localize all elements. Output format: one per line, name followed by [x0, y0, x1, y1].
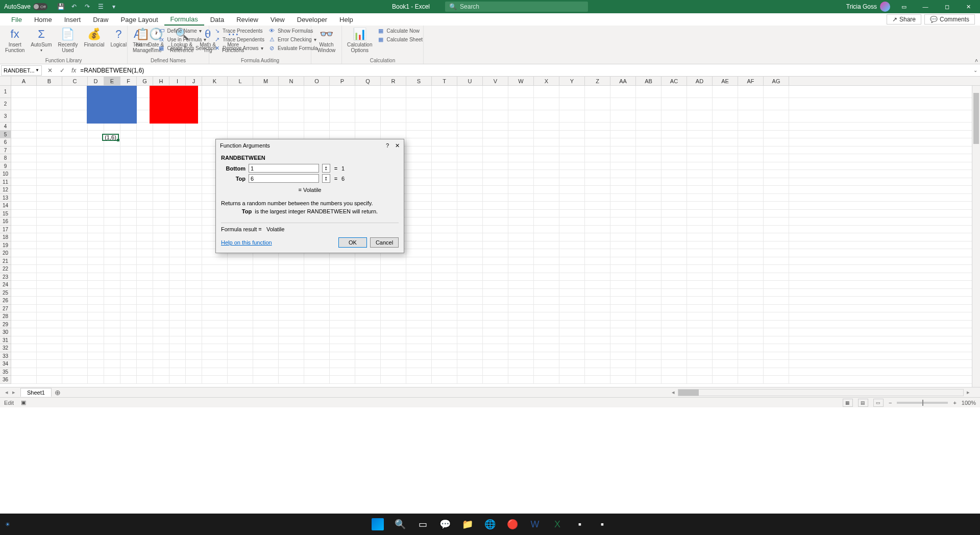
row-header[interactable]: 13 — [0, 194, 11, 202]
cell[interactable] — [585, 233, 610, 241]
cell[interactable] — [37, 368, 62, 376]
cell[interactable] — [687, 289, 713, 297]
cell[interactable] — [483, 202, 508, 209]
cell[interactable] — [432, 138, 457, 146]
cell[interactable] — [764, 210, 789, 217]
cell[interactable] — [483, 376, 508, 383]
cell[interactable] — [662, 273, 687, 281]
cell[interactable] — [432, 265, 457, 273]
cell[interactable] — [37, 86, 62, 98]
cell[interactable] — [508, 352, 534, 360]
cell[interactable] — [11, 336, 37, 344]
cell[interactable] — [713, 312, 738, 320]
cell[interactable] — [120, 241, 137, 249]
cell[interactable] — [169, 305, 186, 312]
cell[interactable] — [457, 98, 483, 110]
cell[interactable] — [137, 123, 153, 130]
cell[interactable] — [738, 328, 764, 336]
cell[interactable] — [457, 162, 483, 170]
cell[interactable] — [764, 226, 789, 233]
cell[interactable] — [738, 376, 764, 383]
cell[interactable] — [508, 328, 534, 336]
cell[interactable] — [662, 110, 687, 122]
cell[interactable] — [406, 138, 432, 146]
cell[interactable] — [662, 186, 687, 193]
cell[interactable] — [687, 131, 713, 138]
cell[interactable] — [202, 273, 228, 281]
cell[interactable] — [687, 194, 713, 202]
cell[interactable] — [381, 360, 406, 368]
cell[interactable] — [186, 147, 202, 154]
cell[interactable] — [687, 98, 713, 110]
app-icon[interactable]: ▪ — [593, 515, 612, 534]
cell[interactable] — [559, 336, 585, 344]
cell[interactable] — [37, 154, 62, 162]
cell[interactable] — [330, 98, 355, 110]
cell[interactable] — [559, 241, 585, 249]
cell[interactable] — [88, 147, 104, 154]
cell[interactable] — [253, 312, 279, 320]
cell[interactable] — [662, 202, 687, 209]
cell[interactable] — [104, 233, 120, 241]
cell[interactable] — [62, 281, 88, 288]
cell[interactable] — [153, 305, 169, 312]
active-cell[interactable]: (1,6) — [102, 134, 119, 141]
cell[interactable] — [508, 336, 534, 344]
cell[interactable] — [253, 257, 279, 265]
row-header[interactable]: 24 — [0, 281, 11, 289]
close-icon[interactable]: ✕ — [961, 0, 976, 13]
cell[interactable] — [88, 344, 104, 352]
cell[interactable] — [169, 344, 186, 352]
cell[interactable] — [585, 210, 610, 217]
cell[interactable] — [279, 344, 304, 352]
cell[interactable] — [610, 86, 636, 98]
cell[interactable] — [186, 217, 202, 225]
cell[interactable] — [483, 162, 508, 170]
cell[interactable] — [764, 297, 789, 304]
cell[interactable] — [559, 217, 585, 225]
cell[interactable] — [104, 170, 120, 178]
cell[interactable] — [120, 162, 137, 170]
cell[interactable] — [559, 131, 585, 138]
cell[interactable] — [483, 312, 508, 320]
cell[interactable] — [330, 312, 355, 320]
cell[interactable] — [406, 336, 432, 344]
cell[interactable] — [636, 257, 662, 265]
cell[interactable] — [687, 368, 713, 376]
cell[interactable] — [534, 138, 559, 146]
cell[interactable] — [432, 233, 457, 241]
cell[interactable] — [610, 321, 636, 328]
cell[interactable] — [120, 352, 137, 360]
cell[interactable] — [381, 131, 406, 138]
cell[interactable] — [432, 321, 457, 328]
cell[interactable] — [104, 123, 120, 130]
cell[interactable] — [137, 352, 153, 360]
cell[interactable] — [137, 305, 153, 312]
cell[interactable] — [202, 281, 228, 288]
cell[interactable] — [137, 170, 153, 178]
cell[interactable] — [11, 321, 37, 328]
cell[interactable] — [62, 210, 88, 217]
cell[interactable] — [610, 336, 636, 344]
cell[interactable] — [104, 368, 120, 376]
cell[interactable] — [662, 328, 687, 336]
cell[interactable] — [169, 131, 186, 138]
cell[interactable] — [62, 360, 88, 368]
cell[interactable] — [508, 138, 534, 146]
cell[interactable] — [508, 217, 534, 225]
cell[interactable] — [764, 376, 789, 383]
cell[interactable] — [687, 297, 713, 304]
cell[interactable] — [738, 138, 764, 146]
cell[interactable] — [169, 202, 186, 209]
cell[interactable] — [559, 328, 585, 336]
cell[interactable] — [534, 123, 559, 130]
cell[interactable] — [585, 162, 610, 170]
cell[interactable] — [508, 344, 534, 352]
cell[interactable] — [304, 352, 330, 360]
cell[interactable] — [508, 273, 534, 281]
cell[interactable] — [137, 217, 153, 225]
cell[interactable] — [559, 257, 585, 265]
cell[interactable] — [610, 312, 636, 320]
cell[interactable] — [169, 138, 186, 146]
cell[interactable] — [62, 186, 88, 193]
